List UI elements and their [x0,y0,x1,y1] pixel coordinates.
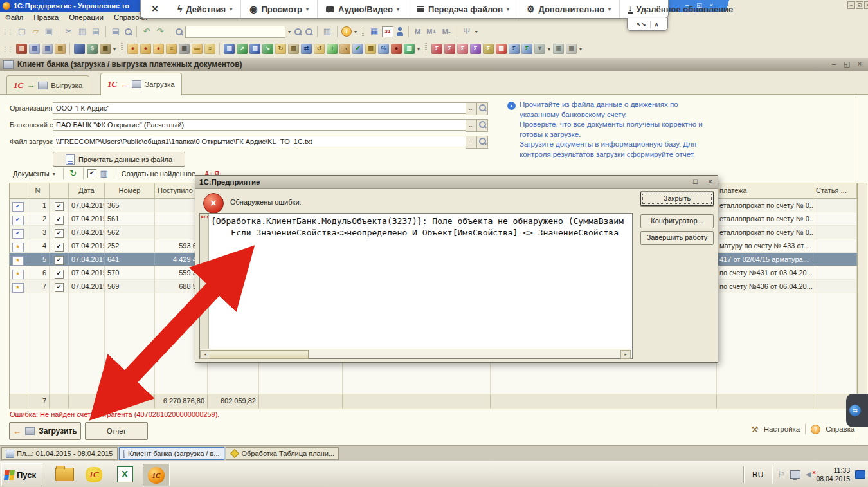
scroll-right-button[interactable]: ▸ [620,350,631,359]
cash-drawer-icon[interactable]: ▤ [16,44,27,54]
remote-toolbar-handle[interactable]: ↖↘ ∧ [627,18,668,31]
user-lock-icon[interactable] [395,26,404,37]
cash-register-icon[interactable]: ▦ [100,44,111,54]
open-icon[interactable]: ▱ [30,26,41,37]
client-doc2-icon[interactable]: ▤ [249,44,260,54]
row-checkbox[interactable]: ✔ [55,216,64,225]
file-lookup-button[interactable] [476,136,488,149]
docwin-restore-button[interactable]: ◱ [842,59,851,68]
read-file-button[interactable]: Прочитать данные из файла [53,152,185,167]
chevron-down-icon[interactable]: ▾ [113,46,116,52]
remote-update-button[interactable]: ↓ Удалённое обновление [620,0,741,18]
column-header[interactable]: Статья ... [813,183,857,199]
close-dialog-button[interactable]: Закрыть [640,192,714,206]
report-sum3-icon[interactable]: Σ [457,44,468,54]
column-header[interactable]: N [26,183,50,199]
report-flag-icon[interactable]: Σ [483,44,494,54]
redo-icon[interactable]: ↷ [154,26,166,37]
settings-link[interactable]: Настройка [764,425,800,433]
info-icon[interactable]: i [341,26,352,37]
quicklaunch-1c-v7[interactable]: 1С [81,464,107,485]
coins-exchange-icon[interactable]: ↺ [314,44,325,54]
person-red-icon[interactable]: ● [391,44,402,54]
find-next-icon[interactable] [293,27,302,37]
rotate-coins-icon[interactable]: ↻ [275,44,286,54]
mdi-tab-processing[interactable]: Обработка Таблица плани... [226,447,339,460]
report-cube-icon[interactable]: Σ [470,44,481,54]
export-icon[interactable]: ↗ [237,44,248,54]
report-red-doc-icon[interactable]: ▤ [496,44,507,54]
flag-tray-icon[interactable]: ⚐ [777,470,785,479]
account-lookup-button[interactable] [476,119,488,132]
mdi-tab-payments[interactable]: Пл...: 01.04.2015 - 08.04.2015 [1,447,118,460]
print-icon[interactable]: ▤ [110,26,122,37]
exit-app-button[interactable]: Завершить работу [640,231,714,245]
table-vertical-scrollbar[interactable] [858,183,867,409]
print-preview-icon[interactable] [123,27,132,37]
menu-file[interactable]: Файл [5,14,23,21]
search-input[interactable] [185,26,285,38]
doc-transfer-icon[interactable]: ⇄ [301,44,312,54]
column-header[interactable]: платежа [717,183,813,199]
doc-percent-icon[interactable]: % [378,44,389,54]
column-header[interactable] [50,183,69,199]
print-document-icon[interactable]: ▤ [29,44,40,54]
remote-extras-menu[interactable]: ⚙ Дополнительно ▾ [518,0,620,18]
import-icon[interactable]: ↘ [262,44,273,54]
customer-invoice-icon[interactable]: ● [140,44,151,54]
language-indicator[interactable]: RU [749,468,766,481]
chevron-down-icon[interactable]: ▾ [579,46,583,52]
print-register-icon[interactable]: ▤ [42,44,53,54]
memory-plus-button[interactable]: M+ [424,28,439,35]
clock[interactable]: 11:33 08.04.2015 [816,466,850,483]
remote-view-menu[interactable]: ◉ Просмотр ▾ [241,0,318,18]
start-button[interactable]: Пуск [1,463,42,486]
docwin-close-button[interactable]: × [855,59,864,68]
network-tray-icon[interactable] [790,470,800,479]
remote-tray-icon[interactable] [855,470,865,479]
doc-coins-icon[interactable]: ▤ [365,44,376,54]
counterparties-icon[interactable] [74,44,85,54]
row-checkbox[interactable]: ✔ [55,283,64,292]
report-check-icon[interactable]: Σ [521,44,532,54]
row-checkbox[interactable]: ✔ [55,202,64,211]
calculator-icon[interactable]: ▦ [368,26,380,37]
money-book-icon[interactable]: $ [87,44,98,54]
create-missing-button[interactable]: Создать не найденное . [118,169,203,178]
chevron-down-icon[interactable]: ▾ [417,46,420,52]
column-header[interactable] [10,183,26,199]
module-green-icon[interactable]: ▥ [404,44,415,54]
volume-muted-icon[interactable]: ◀x [806,470,811,479]
table-icon[interactable]: ▦ [566,44,577,54]
dialog-close-button[interactable]: × [705,177,715,187]
account-field[interactable] [53,119,467,131]
row-checkbox[interactable]: ✔ [55,243,64,252]
supplier-payment-icon[interactable]: ≡ [166,44,177,54]
menu-operations[interactable]: Операции [69,14,104,21]
menu-edit[interactable]: Правка [33,14,59,21]
stamp-icon[interactable]: ▣ [553,44,564,54]
mdi-tab-bank-client[interactable]: Клиент банка (загрузка / в... [119,447,224,460]
scroll-left-button[interactable]: ◂ [200,350,210,359]
chevron-down-icon[interactable]: ▾ [354,29,357,35]
undo-icon[interactable]: ↶ [141,26,152,37]
docwin-minimize-button[interactable]: – [829,59,838,68]
mdi-restore-button[interactable]: ◱ [856,1,863,9]
row-checkbox[interactable]: ✔ [55,270,64,279]
customer-payment-icon[interactable]: ● [127,44,138,54]
copy-pages-icon[interactable]: ▥ [98,168,110,179]
calendar-icon[interactable]: 31 [382,26,393,37]
service-settings-icon[interactable]: Ψ [461,26,473,37]
scroll-thumb[interactable] [210,350,309,359]
dialog-maximize-button[interactable]: □ [691,177,700,187]
quicklaunch-1c-v8[interactable]: 1С [143,464,170,486]
report-sum1-icon[interactable]: Σ [431,44,442,54]
save-icon[interactable]: ▣ [43,26,55,37]
org-dots-button[interactable]: ... [466,102,477,115]
salary-icon[interactable]: ▬ [192,44,203,54]
ink-icon[interactable]: ▼ [534,44,545,54]
cut-icon[interactable]: ✂ [63,26,75,37]
file-dots-button[interactable]: ... [466,136,477,149]
remote-actions-menu[interactable]: ϟ Действия ▾ [169,0,241,18]
mdi-minimize-button[interactable]: – [847,1,855,9]
